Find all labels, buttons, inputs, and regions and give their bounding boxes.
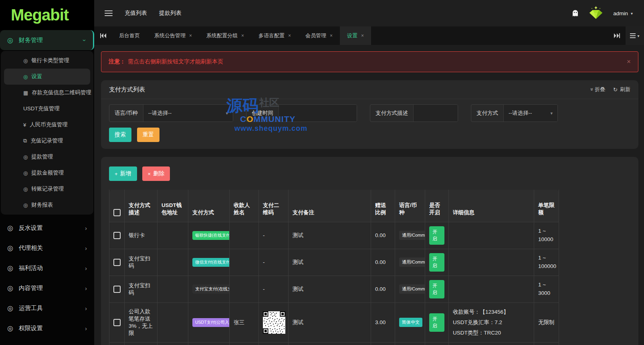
payment-method-badge: 支付宝支付(在线支付) [192, 284, 230, 294]
cell-bonus-ratio: 0.00 [371, 222, 395, 249]
detail-line: USDT类型：TRC20 [453, 328, 530, 338]
filter-input[interactable] [279, 105, 357, 122]
row-checkbox[interactable] [113, 319, 121, 326]
sidebar-item[interactable]: ◎提款管理 [1, 149, 93, 165]
gem-avatar-icon[interactable] [587, 6, 604, 20]
cell-usdt-wallet [157, 276, 188, 302]
row-select-cell [109, 343, 125, 345]
tabs-scroll-right-icon[interactable] [608, 26, 626, 45]
cell-language: 简体中文 [395, 302, 425, 343]
sidebar-group[interactable]: ◎代理相关› [0, 238, 94, 258]
column-header: 详细信息 [449, 190, 534, 222]
filter-select[interactable]: --请选择--▾ [143, 105, 233, 122]
refresh-icon: ↻ [613, 87, 618, 93]
circle-icon: ◎ [23, 186, 28, 192]
tab-item[interactable]: 会员管理× [298, 26, 340, 45]
cell-detail: 收款账号：【123456】USDT兑换汇率：7.2USDT类型：TRC20 [449, 302, 534, 343]
hamburger-icon[interactable] [105, 10, 113, 16]
tabs-scroll-left-icon[interactable] [94, 26, 112, 45]
filter-row: 语言/币种--请选择--▾创建时间支付方式描述支付方式--请选择--▾ [101, 99, 638, 122]
row-checkbox[interactable] [113, 286, 121, 293]
circle-icon: ◎ [7, 264, 13, 272]
payment-method-badge: 银联快捷(在线支付) [192, 231, 230, 240]
sidebar-item[interactable]: ◎银行卡类型管理 [1, 53, 93, 69]
close-icon[interactable]: × [627, 58, 631, 66]
tab-bar: 后台首页系统公告管理×系统配置分组×多语言配置×会员管理×设置× ▾ [94, 26, 644, 45]
reset-button[interactable]: 重置 [137, 128, 159, 142]
sidebar-item[interactable]: USDT充值管理 [1, 101, 93, 117]
app-root: Megabit ◎财务管理›◎银行卡类型管理◎设置▦存款充值信息二维码管理USD… [0, 0, 644, 345]
cell-language: 通用/Common [395, 249, 425, 276]
sidebar-group-label: 财务管理 [19, 37, 78, 44]
column-header: 支付方式 [188, 190, 230, 222]
topnav-link[interactable]: 提款列表 [159, 10, 182, 17]
circle-icon: ◎ [23, 74, 28, 80]
tab-list: 后台首页系统公告管理×系统配置分组×多语言配置×会员管理×设置× [112, 26, 608, 45]
user-menu[interactable]: admin ▾ [613, 10, 633, 16]
cell-description: 公司入款笔笔存送3%，无上限 [125, 302, 157, 343]
sidebar-item[interactable]: ◎财务报表 [1, 197, 93, 213]
tab-close-icon[interactable]: × [189, 33, 192, 39]
topnav-right: admin ▾ [572, 6, 633, 20]
select-all-checkbox[interactable] [113, 209, 121, 216]
tab-close-icon[interactable]: × [330, 33, 333, 39]
tab-close-icon[interactable]: × [361, 33, 364, 39]
sidebar-group[interactable]: ◎福利活动› [0, 258, 94, 278]
sidebar-group[interactable]: ◎权限设置› [0, 318, 94, 338]
panel-tools: « 折叠 ↻ 刷新 [590, 86, 630, 93]
cell-bonus-ratio: 0.00 [371, 249, 395, 276]
sidebar-item[interactable]: ◎设置 [4, 69, 90, 85]
enabled-toggle-badge[interactable]: 开启 [429, 226, 444, 245]
row-checkbox[interactable] [113, 259, 121, 266]
tabs-menu-icon[interactable]: ▾ [626, 26, 644, 45]
circle-icon: ◎ [7, 224, 13, 232]
sidebar-item[interactable]: ¥人民币充值管理 [1, 117, 93, 133]
username: admin [613, 10, 628, 16]
page-content: 注意： 需点击右侧刷新按钮文字才能刷新本页 × 支付方式列表 « 折叠 ↻ 刷新 [94, 45, 644, 345]
circle-icon: ◎ [7, 36, 13, 45]
tab-item[interactable]: 系统公告管理× [147, 26, 199, 45]
add-button[interactable]: + 新增 [109, 166, 137, 181]
tab-item[interactable]: 系统配置分组× [199, 26, 251, 45]
delete-button[interactable]: × 删除 [142, 166, 170, 181]
row-checkbox[interactable] [113, 232, 121, 239]
tab-close-icon[interactable]: × [241, 33, 244, 39]
chevron-down-icon: ▾ [545, 111, 553, 116]
enabled-toggle-badge[interactable]: 开启 [429, 253, 444, 272]
filter-input[interactable] [413, 105, 458, 122]
sidebar-group[interactable]: ◎反水设置› [0, 218, 94, 238]
x-icon: × [148, 171, 151, 177]
detail-line: USDT兑换汇率：7.2 [453, 317, 530, 328]
refresh-button[interactable]: ↻ 刷新 [613, 86, 630, 93]
chevron-right-icon: › [85, 225, 87, 231]
cell-limit [534, 343, 559, 345]
sidebar-group[interactable]: ◎财务管理› [0, 30, 94, 50]
sidebar-item[interactable]: ▦存款充值信息二维码管理 [1, 85, 93, 101]
tab-close-icon[interactable]: × [288, 33, 291, 39]
theme-ghost-icon[interactable] [572, 10, 579, 17]
collapse-button[interactable]: « 折叠 [590, 86, 605, 93]
sidebar-item[interactable]: ⧉充值记录管理 [1, 133, 93, 149]
column-header: 语言/币种 [395, 190, 425, 222]
topnav-menu: 充值列表提款列表 [125, 10, 182, 17]
topnav-link[interactable]: 充值列表 [125, 10, 147, 17]
brand-logo[interactable]: Megabit [0, 0, 94, 30]
tab-item[interactable]: 多语言配置× [251, 26, 298, 45]
table-row: 公司入款笔笔存送3%，无上限USDT支付(公司入款)张三 测试3.00简体中文开… [109, 302, 559, 343]
column-header: 赠送比例 [371, 190, 395, 222]
search-button[interactable]: 搜索 [109, 128, 131, 142]
sidebar-group[interactable]: ◎运营工具› [0, 298, 94, 318]
sidebar-group[interactable]: ◎内容管理› [0, 278, 94, 298]
sidebar-item-label: 提款金额管理 [31, 169, 64, 177]
tab-item[interactable]: 设置× [340, 26, 371, 45]
sidebar-item[interactable]: ◎转账记录管理 [1, 181, 93, 197]
enabled-toggle-badge[interactable]: 开启 [429, 313, 444, 332]
sidebar-item[interactable]: ◎提款金额管理 [1, 165, 93, 181]
filter-select[interactable]: --请选择--▾ [503, 105, 557, 122]
enabled-toggle-badge[interactable]: 开启 [429, 280, 444, 298]
column-header: 支付备注 [289, 190, 371, 222]
cell-limit: 1 ~ 100000 [534, 249, 559, 276]
tab-item[interactable]: 后台首页 [112, 26, 147, 45]
brand-logo-text: Megabit [11, 6, 69, 24]
cell-language: 通用/Common [395, 276, 425, 302]
